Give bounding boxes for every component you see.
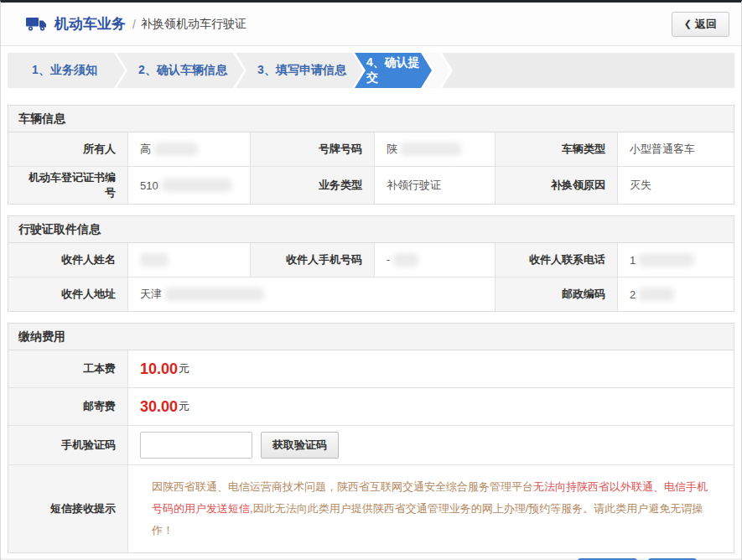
redacted-value <box>393 253 418 267</box>
table-row: 邮寄费 30.00 元 <box>8 387 734 425</box>
redacted-value <box>639 288 674 301</box>
sms-code-field-cell: 获取验证码 <box>127 426 734 464</box>
get-sms-code-button[interactable]: 获取验证码 <box>261 432 339 459</box>
registration-cert-value: 510 <box>127 167 250 204</box>
sms-code-label: 手机验证码 <box>8 426 127 464</box>
step-3-fill-application: 3、填写申请信息 <box>236 53 363 88</box>
recipient-mobile-value: - <box>374 243 495 277</box>
recipient-address-value: 天津 <box>127 277 495 311</box>
postage-fee-value: 30.00 元 <box>127 388 734 425</box>
owner-value-text: 高 <box>140 142 151 157</box>
postcode-value: 2 <box>617 277 734 311</box>
fees-section: 缴纳费用 工本费 10.00 元 邮寄费 30.00 元 手机验证码 <box>8 323 734 553</box>
replace-reason-label: 补换领原因 <box>495 167 617 204</box>
wizard-steps: 1、业务须知 2、确认车辆信息 3、填写申请信息 4、确认提交 <box>8 53 734 88</box>
production-fee-amount: 10.00 <box>140 360 178 378</box>
sms-notice-label: 短信接收提示 <box>8 465 127 552</box>
step-3-label: 3、填写申请信息 <box>257 63 346 78</box>
step-1-notice: 1、业务须知 <box>8 53 125 88</box>
step-1-label: 1、业务须知 <box>32 63 97 78</box>
sms-notice-text: 因陕西省联通、电信运营商技术问题，陕西省互联网交通安全综合服务管理平台无法向持陕… <box>140 469 722 549</box>
plate-value-text: 陕 <box>387 142 397 157</box>
sms-code-input[interactable] <box>140 432 252 459</box>
table-row: 手机验证码 获取验证码 <box>8 425 734 464</box>
table-row: 短信接收提示 因陕西省联通、电信运营商技术问题，陕西省互联网交通安全综合服务管理… <box>8 464 734 552</box>
main-content: 车辆信息 所有人 高 号牌号码 陕 车辆类型 小型普通客车 机动车登记证书编号 … <box>1 88 741 553</box>
step-2-confirm-vehicle: 2、确认车辆信息 <box>117 53 244 88</box>
replace-reason-value: 灭失 <box>617 167 734 204</box>
steps-bar-filler <box>442 53 734 88</box>
page-container: 机动车业务 / 补换领机动车行驶证 ❮ 返回 1、业务须知 2、确认车辆信息 3… <box>0 0 742 560</box>
recipient-name-label: 收件人姓名 <box>8 243 127 277</box>
fees-title: 缴纳费用 <box>8 324 734 350</box>
mobile-value-text: - <box>387 254 390 266</box>
registration-cert-label: 机动车登记证书编号 <box>8 167 127 204</box>
vehicle-type-label: 车辆类型 <box>495 132 617 166</box>
postcode-label: 邮政编码 <box>495 277 617 311</box>
recipient-address-label: 收件人地址 <box>8 277 127 311</box>
redacted-value <box>154 143 198 156</box>
sms-notice-part1: 因陕西省联通、电信运营商技术问题，陕西省互联网交通安全综合服务管理平台 <box>152 480 533 493</box>
postage-fee-label: 邮寄费 <box>8 388 127 425</box>
recipient-phone-value: 1 <box>617 243 734 277</box>
step-4-label: 4、确认提交 <box>366 55 425 86</box>
redacted-value <box>162 179 232 192</box>
address-value-text: 天津 <box>140 287 162 302</box>
redacted-value <box>140 253 169 267</box>
plate-number-label: 号牌号码 <box>250 132 374 166</box>
pickup-info-section: 行驶证取件信息 收件人姓名 收件人手机号码 - 收件人联系电话 1 收件人地址 <box>8 215 734 312</box>
postage-fee-unit: 元 <box>179 399 189 414</box>
recipient-name-value <box>127 243 250 277</box>
redacted-value <box>165 288 264 301</box>
business-type-value: 补领行驶证 <box>374 167 495 204</box>
breadcrumb-separator: / <box>132 18 136 31</box>
truck-icon <box>26 17 48 32</box>
plate-number-value: 陕 <box>374 132 495 166</box>
table-row: 机动车登记证书编号 510 业务类型 补领行驶证 补换领原因 灭失 <box>8 166 734 204</box>
recipient-phone-label: 收件人联系电话 <box>495 243 617 277</box>
owner-value: 高 <box>127 132 250 166</box>
business-type-label: 业务类型 <box>250 167 374 204</box>
phone-value-text: 1 <box>630 254 636 267</box>
breadcrumb-current: 补换领机动车行驶证 <box>141 17 246 32</box>
redacted-value <box>639 253 694 267</box>
page-title: 机动车业务 <box>54 14 126 34</box>
table-row: 收件人姓名 收件人手机号码 - 收件人联系电话 1 <box>8 243 734 277</box>
production-fee-unit: 元 <box>179 361 189 376</box>
table-row: 所有人 高 号牌号码 陕 车辆类型 小型普通客车 <box>8 132 734 166</box>
table-row: 收件人地址 天津 邮政编码 2 <box>8 277 734 311</box>
step-4-confirm-submit: 4、确认提交 <box>355 53 432 88</box>
production-fee-value: 10.00 元 <box>127 350 734 387</box>
back-chevron-icon: ❮ <box>684 18 692 29</box>
owner-label: 所有人 <box>8 132 127 166</box>
vehicle-type-value: 小型普通客车 <box>617 132 734 166</box>
vehicle-info-section: 车辆信息 所有人 高 号牌号码 陕 车辆类型 小型普通客车 机动车登记证书编号 … <box>8 105 734 205</box>
step-2-label: 2、确认车辆信息 <box>138 63 227 78</box>
postage-fee-amount: 30.00 <box>140 398 178 416</box>
back-button[interactable]: ❮ 返回 <box>672 12 729 37</box>
back-button-label: 返回 <box>695 17 717 32</box>
vehicle-info-title: 车辆信息 <box>8 106 734 132</box>
postcode-value-text: 2 <box>630 288 636 301</box>
table-row: 工本费 10.00 元 <box>8 350 734 387</box>
recipient-mobile-label: 收件人手机号码 <box>250 243 374 277</box>
pickup-info-title: 行驶证取件信息 <box>8 216 734 243</box>
redacted-value <box>401 143 461 156</box>
sms-notice-cell: 因陕西省联通、电信运营商技术问题，陕西省互联网交通安全综合服务管理平台无法向持陕… <box>127 465 734 552</box>
production-fee-label: 工本费 <box>8 350 127 387</box>
page-header: 机动车业务 / 补换领机动车行驶证 ❮ 返回 <box>1 3 741 46</box>
cert-value-text: 510 <box>140 179 158 192</box>
